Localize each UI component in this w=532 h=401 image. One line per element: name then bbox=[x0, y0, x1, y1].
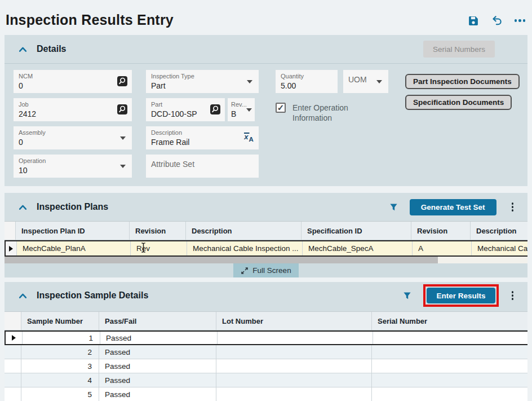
filter-icon[interactable] bbox=[389, 203, 398, 211]
inspection-sample-details-title: Inspection Sample Details bbox=[37, 290, 148, 301]
column-header[interactable]: Description bbox=[471, 222, 527, 240]
specification-documents-button[interactable]: Specification Documents bbox=[405, 95, 512, 110]
filter-icon[interactable] bbox=[403, 292, 411, 300]
part-field[interactable]: Part DCD-100-SP bbox=[146, 98, 225, 121]
chevron-down-icon[interactable] bbox=[376, 80, 382, 83]
grid-overflow-menu-icon[interactable] bbox=[511, 290, 515, 301]
rev-field[interactable]: Rev... B bbox=[228, 98, 255, 121]
column-header[interactable]: Revision bbox=[130, 222, 186, 240]
cell-sample-number[interactable]: 5 bbox=[21, 387, 99, 401]
cell-pass-fail[interactable]: Passed bbox=[99, 359, 216, 373]
cell-serial-number[interactable] bbox=[372, 373, 527, 387]
inspection-sample-details-section: Inspection Sample Details Enter Results … bbox=[5, 282, 527, 401]
cell-serial-number[interactable] bbox=[372, 359, 527, 373]
chevron-down-icon[interactable] bbox=[120, 136, 126, 140]
cell-lot-number[interactable] bbox=[216, 345, 372, 359]
serial-numbers-button[interactable]: Serial Numbers bbox=[423, 41, 495, 58]
column-header[interactable]: Inspection Plan ID bbox=[16, 222, 130, 240]
cell-pass-fail[interactable]: Passed bbox=[99, 387, 216, 401]
sample-row[interactable]: 2 Passed bbox=[5, 345, 527, 359]
svg-text:x: x bbox=[243, 133, 249, 141]
cell-lot-number[interactable] bbox=[216, 359, 372, 373]
operation-field[interactable]: Operation 10 bbox=[14, 155, 132, 178]
inspection-plans-title: Inspection Plans bbox=[37, 202, 108, 212]
column-header[interactable]: Revision bbox=[411, 222, 471, 240]
cell-lot-number[interactable] bbox=[216, 373, 372, 387]
full-screen-button[interactable]: Full Screen bbox=[233, 263, 298, 277]
enter-operation-information-checkbox[interactable]: Enter Operation Information bbox=[276, 103, 383, 123]
sample-row[interactable]: 5 Passed bbox=[5, 387, 527, 401]
sample-row[interactable]: 3 Passed bbox=[5, 359, 527, 373]
plans-grid-row-selected[interactable]: MechCable_PlanA Rev Mechanical Cable Ins… bbox=[5, 240, 527, 257]
chevron-down-icon[interactable] bbox=[246, 108, 252, 112]
details-section-title: Details bbox=[37, 44, 66, 54]
ncm-field[interactable]: NCM 0 bbox=[14, 70, 132, 93]
column-header[interactable]: Description bbox=[186, 222, 302, 240]
expand-icon bbox=[241, 267, 249, 275]
cell-revision[interactable]: Rev bbox=[131, 241, 187, 255]
save-icon[interactable] bbox=[468, 15, 479, 27]
details-section: Details Serial Numbers NCM 0 Inspection … bbox=[5, 35, 527, 186]
checkbox-checked-icon[interactable] bbox=[276, 103, 286, 113]
sample-row[interactable]: 4 Passed bbox=[5, 373, 527, 387]
divider bbox=[5, 63, 527, 64]
horizontal-scrollbar[interactable] bbox=[5, 257, 527, 263]
plans-grid-header: Inspection Plan ID Revision Description … bbox=[5, 221, 527, 240]
collapse-chevron-icon[interactable] bbox=[18, 292, 28, 299]
cell-sample-number[interactable]: 3 bbox=[21, 359, 99, 373]
samples-grid-header: Sample Number Pass/Fail Lot Number Seria… bbox=[5, 311, 527, 331]
cell-serial-number[interactable] bbox=[372, 387, 527, 401]
svg-text:A: A bbox=[249, 136, 254, 143]
column-header[interactable]: Serial Number bbox=[372, 312, 527, 330]
chevron-down-icon[interactable] bbox=[247, 80, 252, 83]
column-header[interactable]: Lot Number bbox=[216, 312, 372, 330]
chevron-down-icon[interactable] bbox=[120, 165, 126, 168]
search-icon[interactable] bbox=[117, 104, 128, 117]
search-icon[interactable] bbox=[117, 76, 128, 89]
cell-pass-fail[interactable]: Passed bbox=[99, 345, 216, 359]
cell-lot-number[interactable] bbox=[216, 387, 372, 401]
generate-test-set-button[interactable]: Generate Test Set bbox=[410, 199, 496, 215]
inspection-plans-grid: Inspection Plan ID Revision Description … bbox=[5, 221, 527, 257]
inspection-type-field[interactable]: Inspection Type Part bbox=[146, 70, 259, 93]
cell-spec-description[interactable]: Mechanical Cable bbox=[472, 241, 527, 255]
cell-serial-number[interactable] bbox=[372, 345, 527, 359]
cell-sample-number[interactable]: 4 bbox=[21, 373, 99, 387]
red-highlight-annotation: Enter Results bbox=[423, 284, 498, 307]
column-header[interactable]: Pass/Fail bbox=[99, 312, 216, 330]
uom-field[interactable]: UOM bbox=[343, 70, 388, 93]
enter-results-button[interactable]: Enter Results bbox=[427, 288, 495, 303]
column-header[interactable]: Sample Number bbox=[21, 312, 99, 330]
translate-icon[interactable]: x A bbox=[242, 131, 255, 145]
inspection-results-entry-page: Inspection Results Entry bbox=[0, 0, 532, 401]
sample-row-selected[interactable]: 1 Passed bbox=[5, 331, 527, 345]
scrollbar-thumb[interactable] bbox=[5, 257, 438, 263]
assembly-field[interactable]: Assembly 0 bbox=[14, 126, 132, 149]
cell-serial-number[interactable] bbox=[373, 332, 527, 344]
collapse-chevron-icon[interactable] bbox=[18, 204, 28, 211]
sample-details-grid: Sample Number Pass/Fail Lot Number Seria… bbox=[5, 311, 527, 401]
cell-specification-id[interactable]: MechCable_SpecA bbox=[303, 241, 413, 255]
undo-icon[interactable] bbox=[491, 15, 503, 27]
cell-sample-number[interactable]: 1 bbox=[23, 332, 100, 344]
cell-pass-fail[interactable]: Passed bbox=[100, 332, 218, 344]
quantity-field[interactable]: Quantity 5.00 bbox=[276, 70, 338, 93]
current-row-indicator-icon bbox=[6, 332, 23, 344]
cell-spec-revision[interactable]: A bbox=[413, 241, 472, 255]
cell-sample-number[interactable]: 2 bbox=[21, 345, 99, 359]
page-title: Inspection Results Entry bbox=[6, 12, 174, 28]
current-row-indicator-icon bbox=[6, 241, 17, 255]
grid-overflow-menu-icon[interactable] bbox=[511, 201, 515, 213]
attribute-set-field[interactable]: Attribute Set bbox=[146, 155, 259, 178]
overflow-menu-icon[interactable] bbox=[515, 15, 526, 27]
cell-description[interactable]: Mechanical Cable Inspection ... bbox=[187, 241, 303, 255]
cell-lot-number[interactable] bbox=[218, 332, 373, 344]
column-header[interactable]: Specification ID bbox=[302, 222, 411, 240]
collapse-chevron-icon[interactable] bbox=[18, 46, 28, 53]
cell-inspection-plan-id[interactable]: MechCable_PlanA bbox=[17, 241, 131, 255]
description-field[interactable]: Description Frame Rail x A bbox=[146, 126, 259, 149]
part-inspection-documents-button[interactable]: Part Inspection Documents bbox=[405, 74, 520, 89]
job-field[interactable]: Job 2412 bbox=[14, 98, 132, 121]
cell-pass-fail[interactable]: Passed bbox=[99, 373, 216, 387]
search-icon[interactable] bbox=[210, 104, 221, 117]
